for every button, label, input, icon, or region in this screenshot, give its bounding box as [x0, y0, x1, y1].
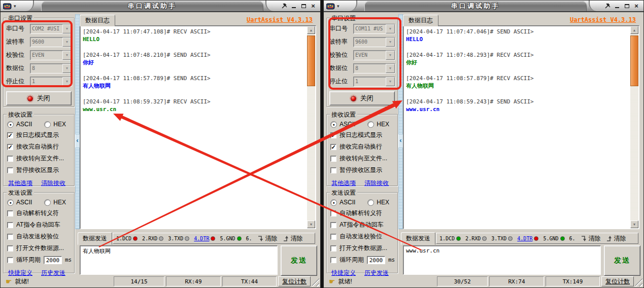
check-at-enter[interactable]: AT指令自动回车	[7, 221, 73, 229]
data-log-panel[interactable]: [2024-04-17 11:07:47.108]# RECV ASCII> H…	[80, 25, 316, 229]
menu-caret-icon[interactable]: ▾	[14, 4, 16, 9]
dropdown-icon[interactable]: ▼	[62, 77, 72, 86]
databits-select[interactable]: 8 ▼	[30, 63, 72, 74]
tab-data-log[interactable]: 数据日志	[403, 15, 438, 26]
stopbits-select[interactable]: 1 ▼	[30, 77, 72, 87]
checkbox[interactable]: ✓	[330, 144, 336, 150]
check-parse-escape[interactable]: 自动解析转义符	[7, 209, 73, 218]
stopbits-select[interactable]: 1 ▼	[353, 77, 395, 87]
sidebar-collapse-handle[interactable]: ‹	[398, 14, 403, 229]
check-auto-newline[interactable]: ✓ 接收完自动换行	[7, 142, 73, 151]
baud-select[interactable]: 9600 ▼	[353, 37, 395, 47]
check-file-source[interactable]: 打开文件数据源...	[330, 244, 396, 253]
dropdown-icon[interactable]: ▼	[386, 64, 395, 73]
scroll-up-icon[interactable]: ▲	[630, 26, 638, 34]
send-hex-radio[interactable]	[367, 199, 374, 206]
port-select[interactable]: COM2 #USI ▼	[30, 24, 72, 34]
close-button[interactable]: ×	[310, 3, 317, 9]
checkbox[interactable]	[330, 245, 336, 251]
tab-data-send[interactable]: 数据发送	[78, 232, 112, 245]
clear-send-button[interactable]: 清除	[282, 234, 303, 243]
checkbox[interactable]	[330, 257, 336, 263]
baud-select[interactable]: 9600 ▼	[30, 37, 72, 47]
close-port-button[interactable]: 关闭	[6, 91, 72, 105]
resize-grip[interactable]	[635, 276, 642, 286]
recv-ascii-radio[interactable]: ●	[330, 121, 337, 128]
cycle-period-input[interactable]: 2000	[44, 256, 62, 264]
send-button[interactable]: 发送	[281, 245, 317, 276]
check-pause-display[interactable]: 暂停接收区显示	[330, 166, 396, 174]
clear-receive-button[interactable]: 清除	[580, 234, 601, 243]
pin-icon[interactable]	[604, 3, 611, 9]
pin-dtr[interactable]: 4.DTR	[194, 236, 215, 241]
checkbox[interactable]	[7, 156, 13, 162]
close-port-button[interactable]: 关闭	[329, 91, 395, 105]
cycle-period-input[interactable]: 2000	[367, 256, 385, 264]
dropdown-icon[interactable]: ▼	[62, 51, 72, 60]
log-scrollbar[interactable]: ▲ ▼	[307, 26, 315, 228]
dropdown-icon[interactable]: ▼	[62, 38, 72, 47]
scroll-thumb[interactable]	[630, 35, 638, 86]
dropdown-icon[interactable]: ▼	[386, 24, 395, 33]
checkbox[interactable]	[330, 234, 336, 240]
other-options-link[interactable]: 其他选项	[331, 179, 356, 188]
check-at-enter[interactable]: AT指令自动回车	[330, 221, 396, 229]
tab-data-send[interactable]: 数据发送	[401, 232, 435, 245]
data-log-panel[interactable]: [2024-04-17 11:07:47.046]# SEND ASCII> H…	[403, 25, 639, 229]
clear-receive-link[interactable]: 清除接收	[364, 179, 389, 188]
scroll-down-icon[interactable]: ▼	[630, 221, 638, 228]
checkbox[interactable]	[7, 257, 13, 263]
send-hex-radio[interactable]	[44, 199, 51, 206]
check-auto-checksum[interactable]: 自动发送校验位	[330, 232, 396, 241]
recv-hex-radio[interactable]	[367, 121, 374, 128]
checkbox[interactable]	[330, 210, 336, 217]
clear-receive-link[interactable]: 清除接收	[41, 179, 65, 188]
sidebar-collapse-handle[interactable]: ‹	[75, 14, 80, 229]
reset-count-button[interactable]: 复位计数	[278, 276, 311, 286]
version-link[interactable]: UartAssist V4.3.13	[570, 16, 636, 23]
other-options-link[interactable]: 其他选项	[8, 179, 32, 188]
dropdown-icon[interactable]: ▼	[386, 38, 395, 47]
check-redirect-file[interactable]: 接收转向至文件...	[7, 154, 73, 163]
scroll-up-icon[interactable]: ▲	[307, 26, 315, 34]
reset-count-button[interactable]: 复位计数	[601, 276, 634, 286]
send-ascii-radio[interactable]: ●	[7, 199, 14, 206]
tab-data-log[interactable]: 数据日志	[80, 15, 115, 26]
scroll-down-icon[interactable]: ▼	[307, 221, 315, 228]
scroll-thumb[interactable]	[307, 35, 315, 86]
check-cycle-period[interactable]: 循环周期 2000 ms	[7, 256, 73, 264]
send-button[interactable]: 发送	[604, 245, 640, 276]
titlebar[interactable]: ▾ 串口调试助手 ×	[1, 1, 320, 12]
check-auto-newline[interactable]: ✓ 接收完自动换行	[330, 142, 396, 151]
checkbox[interactable]	[7, 234, 13, 240]
resize-grip[interactable]	[312, 276, 319, 286]
checkbox[interactable]	[7, 245, 13, 251]
databits-select[interactable]: 8 ▼	[353, 63, 395, 74]
checkbox[interactable]: ✓	[7, 132, 13, 138]
dropdown-icon[interactable]: ▼	[386, 77, 395, 86]
send-input[interactable]: www.usr.cn	[403, 245, 601, 275]
checkbox[interactable]	[7, 222, 13, 228]
check-file-source[interactable]: 打开文件数据源...	[7, 244, 73, 253]
dropdown-icon[interactable]: ▼	[386, 51, 395, 60]
check-auto-checksum[interactable]: 自动发送校验位	[7, 232, 73, 241]
log-scrollbar[interactable]: ▲ ▼	[630, 26, 638, 228]
check-pause-display[interactable]: 暂停接收区显示	[7, 166, 73, 174]
check-redirect-file[interactable]: 接收转向至文件...	[330, 154, 396, 163]
clear-receive-button[interactable]: 清除	[257, 234, 278, 243]
check-parse-escape[interactable]: 自动解析转义符	[330, 209, 396, 218]
recv-ascii-radio[interactable]: ●	[7, 121, 14, 128]
parity-select[interactable]: EVEN ▼	[353, 50, 395, 60]
recv-hex-radio[interactable]	[44, 121, 51, 128]
checkbox[interactable]	[330, 167, 336, 173]
app-menu[interactable]: ▾	[1, 1, 34, 11]
minimize-button[interactable]	[290, 3, 297, 9]
dropdown-icon[interactable]: ▼	[62, 24, 72, 33]
maximize-button[interactable]	[623, 3, 630, 9]
checkbox[interactable]: ✓	[330, 132, 336, 138]
checkbox[interactable]	[330, 156, 336, 162]
check-cycle-period[interactable]: 循环周期 2000 ms	[330, 256, 396, 264]
parity-select[interactable]: EVEN ▼	[30, 50, 72, 60]
app-menu[interactable]: ▾	[324, 1, 357, 11]
check-log-mode[interactable]: ✓ 按日志模式显示	[7, 131, 73, 139]
